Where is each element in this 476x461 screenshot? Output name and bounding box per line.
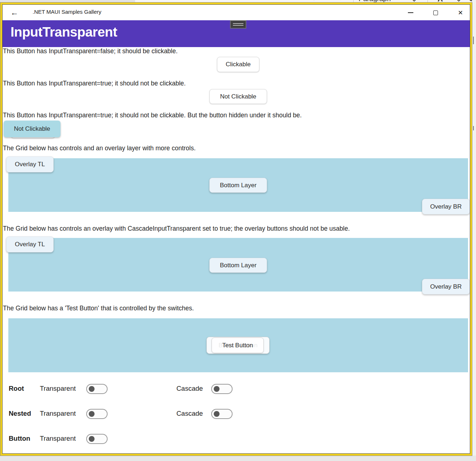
close-icon: ✕ <box>458 9 463 17</box>
nested-cascade-switch[interactable] <box>211 409 233 419</box>
section1-description: This Button has InputTransparent=false; … <box>3 47 178 55</box>
paragraph-style-dropdown[interactable]: Paragraph <box>359 0 391 3</box>
row-group-label: Nested <box>9 410 31 418</box>
transparent-label: Transparent <box>40 410 76 418</box>
section4-description: The Grid below has controls and an overl… <box>3 144 196 152</box>
font-color-button[interactable]: A <box>438 0 443 3</box>
switch-knob <box>89 436 95 442</box>
window-titlebar: ← .NET MAUI Samples Gallery ✕ <box>3 5 470 20</box>
button-transparent-switch[interactable] <box>86 434 108 444</box>
test-button[interactable]: Test Button <box>212 338 264 353</box>
maximize-button[interactable] <box>427 7 443 18</box>
switch-knob <box>89 411 95 417</box>
window-title: .NET MAUI Samples Gallery <box>33 9 101 15</box>
back-button[interactable]: ← <box>9 8 20 18</box>
switch-row-button: Button Transparent <box>3 434 470 445</box>
switch-knob <box>214 411 220 417</box>
redo-icon[interactable]: ↷ <box>336 0 342 3</box>
section6-description: The Grid below has a 'Test Button' that … <box>3 305 194 312</box>
toolbar-divider <box>353 0 354 3</box>
section5-description: The Grid below has controls an overlay w… <box>3 225 350 232</box>
switch-knob <box>214 386 220 392</box>
switch-row-nested: Nested Transparent Cascade <box>3 409 470 420</box>
page-title: InputTransparent <box>11 25 117 40</box>
background-app-top-edge: ↶ ↷ Paragraph ⌄ A ⌄ ⟳ <box>0 0 476 3</box>
background-app-right-edge <box>472 0 476 461</box>
transparent-label: Transparent <box>40 385 76 393</box>
clickable-button[interactable]: Clickable <box>217 57 259 72</box>
grid2-bottom-layer-button[interactable]: Bottom Layer <box>209 258 267 273</box>
nested-transparent-switch[interactable] <box>86 409 108 419</box>
root-cascade-switch[interactable] <box>211 384 233 394</box>
root-transparent-switch[interactable] <box>86 384 108 394</box>
transparent-not-clickable-button[interactable]: Not Clickable <box>4 121 60 137</box>
section3-description: This Button has InputTransparent=true; i… <box>3 112 302 119</box>
maui-app-window: ← .NET MAUI Samples Gallery ✕ InputTrans… <box>0 3 472 456</box>
background-scrollbar-mark <box>473 126 474 130</box>
undo-icon[interactable]: ↶ <box>312 0 318 3</box>
grid2-overlay-br-button[interactable]: Overlay BR <box>422 279 470 294</box>
background-scrollbar-mark <box>473 37 474 44</box>
page-header: InputTransparent <box>3 20 470 47</box>
grid1-overlay-tl-button[interactable]: Overlay TL <box>6 156 54 172</box>
switch-row-root: Root Transparent Cascade <box>3 384 470 395</box>
row-group-label: Root <box>9 385 24 393</box>
section2-description: This Button has InputTransparent=true; i… <box>3 80 186 87</box>
grid2-overlay-tl-button[interactable]: Overlay TL <box>6 236 54 252</box>
minimize-icon <box>408 12 413 13</box>
drag-handle-icon[interactable] <box>230 20 246 29</box>
background-app-bottom-edge <box>0 456 476 461</box>
chevron-down-icon[interactable]: ⌄ <box>456 0 462 3</box>
transparent-label: Transparent <box>40 435 76 443</box>
switch-knob <box>89 386 95 392</box>
cascade-label: Cascade <box>176 410 203 418</box>
close-button[interactable]: ✕ <box>452 7 468 18</box>
maximize-icon <box>433 11 438 15</box>
screen: ↶ ↷ Paragraph ⌄ A ⌄ ⟳ ← .NET MAUI Sample… <box>0 0 476 461</box>
chevron-down-icon[interactable]: ⌄ <box>411 0 417 3</box>
toolbar-divider <box>427 0 428 3</box>
cascade-label: Cascade <box>176 385 203 393</box>
minimize-button[interactable] <box>402 7 418 18</box>
not-clickable-button[interactable]: Not Clickable <box>209 89 267 104</box>
grid1-bottom-layer-button[interactable]: Bottom Layer <box>209 178 267 193</box>
row-group-label: Button <box>9 435 30 443</box>
grid1-overlay-br-button[interactable]: Overlay BR <box>422 199 470 214</box>
